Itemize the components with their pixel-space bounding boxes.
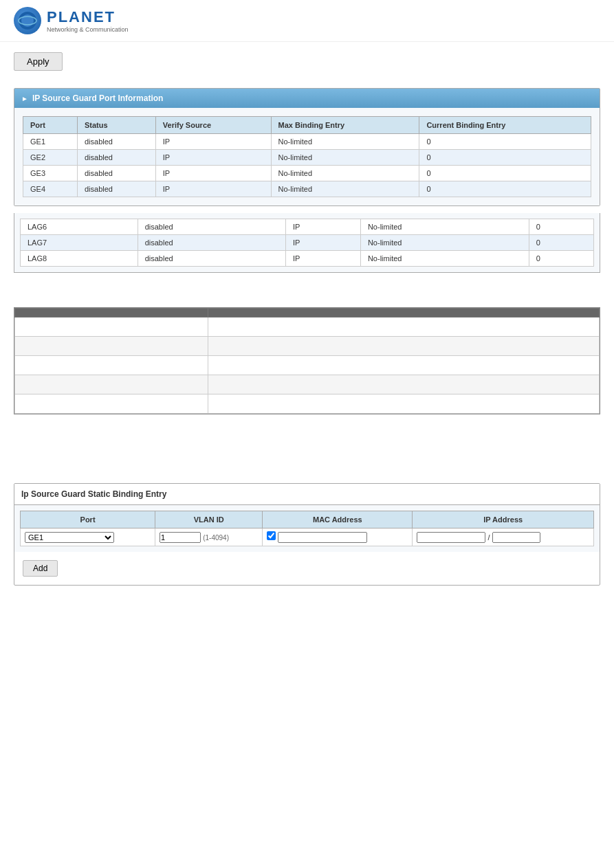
table-cell: IP (155, 166, 271, 181)
table-cell: IP (155, 134, 271, 150)
table-cell (208, 394, 600, 414)
col-current-binding: Current Binding Entry (419, 117, 591, 134)
collapse-arrow-icon[interactable]: ► (21, 95, 28, 102)
table-cell: No-limited (271, 181, 419, 197)
static-binding-section: Ip Source Guard Static Binding Entry Por… (14, 483, 600, 586)
table-row: GE1disabledIPNo-limited0 (23, 134, 591, 150)
table-cell: No-limited (271, 166, 419, 181)
port-select[interactable]: GE1 GE2 GE3 GE4 LAG1 LAG2 (25, 532, 114, 543)
table-cell: disabled (138, 251, 285, 267)
table-row: LAG6disabledIPNo-limited0 (21, 219, 594, 235)
table-row: GE2disabledIPNo-limited0 (23, 150, 591, 166)
static-binding-table-area: Port VLAN ID MAC Address IP Address GE1 … (14, 505, 600, 552)
table-cell: 0 (419, 150, 591, 166)
table-cell: 0 (419, 166, 591, 181)
table-row: LAG7disabledIPNo-limited0 (21, 235, 594, 251)
static-binding-title: Ip Source Guard Static Binding Entry (14, 484, 600, 505)
static-binding-table: Port VLAN ID MAC Address IP Address GE1 … (20, 511, 594, 546)
planet-logo-icon (14, 7, 41, 34)
table-cell: IP (285, 251, 360, 267)
table-cell (208, 356, 600, 375)
port-info-title: IP Source Guard Port Information (32, 93, 163, 103)
table-cell: 0 (529, 235, 593, 251)
table-cell (15, 394, 208, 414)
table-cell: LAG6 (21, 219, 138, 235)
col-port: Port (23, 117, 78, 134)
table-cell: GE4 (23, 181, 78, 197)
logo-area: PLANET Networking & Communication (14, 7, 600, 34)
table-row (15, 337, 600, 356)
ip-mask-input[interactable] (492, 532, 540, 543)
table-row (15, 318, 600, 337)
table-cell (15, 337, 208, 356)
table-cell: LAG7 (21, 235, 138, 251)
port-info-body: Port Status Verify Source Max Binding En… (14, 108, 600, 205)
table-cell: disabled (77, 181, 155, 197)
table-row (15, 375, 600, 394)
table-cell: No-limited (360, 235, 529, 251)
apply-button[interactable]: Apply (14, 52, 63, 71)
table-cell: No-limited (360, 219, 529, 235)
ip-separator: / (487, 533, 490, 542)
vlan-input[interactable] (160, 532, 201, 543)
brand-subtitle: Networking & Communication (47, 26, 129, 33)
table-cell: disabled (77, 134, 155, 150)
table-cell: IP (155, 181, 271, 197)
table-row (15, 394, 600, 414)
table-cell: disabled (138, 235, 285, 251)
table-cell: GE1 (23, 134, 78, 150)
table-row (15, 356, 600, 375)
table-cell: IP (285, 235, 360, 251)
vlan-hint: (1-4094) (203, 534, 229, 542)
table-cell (208, 337, 600, 356)
port-info-header: ► IP Source Guard Port Information (14, 89, 600, 108)
mac-input[interactable] (278, 532, 367, 543)
col-max-binding: Max Binding Entry (271, 117, 419, 134)
table-cell: disabled (138, 219, 285, 235)
table-cell (15, 356, 208, 375)
table-row: LAG8disabledIPNo-limited0 (21, 251, 594, 267)
table-row: GE4disabledIPNo-limited0 (23, 181, 591, 197)
table-cell (15, 375, 208, 394)
sb-col-mac: MAC Address (263, 511, 413, 528)
table-cell: 0 (419, 134, 591, 150)
table-cell: No-limited (271, 150, 419, 166)
table-cell: No-limited (360, 251, 529, 267)
mid-section (14, 307, 600, 414)
table-cell: 0 (419, 181, 591, 197)
table-cell (208, 375, 600, 394)
logo-text: PLANET Networking & Communication (47, 8, 129, 33)
sb-col-ip: IP Address (413, 511, 594, 528)
static-binding-header-row: Port VLAN ID MAC Address IP Address (21, 511, 594, 528)
ip-input[interactable] (417, 532, 485, 543)
port-cell: GE1 GE2 GE3 GE4 LAG1 LAG2 (21, 528, 155, 546)
col-status: Status (77, 117, 155, 134)
apply-section: Apply (0, 42, 614, 81)
mid-table (14, 308, 600, 414)
table-cell: disabled (77, 166, 155, 181)
ip-cell: / (413, 528, 594, 546)
vlan-cell: (1-4094) (155, 528, 263, 546)
col-verify-source: Verify Source (155, 117, 271, 134)
table-cell: LAG8 (21, 251, 138, 267)
table-cell: GE2 (23, 150, 78, 166)
mac-cell (263, 528, 413, 546)
header: PLANET Networking & Communication (0, 0, 614, 42)
table-cell (15, 318, 208, 337)
port-info-section: ► IP Source Guard Port Information Port … (14, 88, 600, 206)
table-cell: disabled (77, 150, 155, 166)
sb-col-vlan: VLAN ID (155, 511, 263, 528)
table-row: GE3disabledIPNo-limited0 (23, 166, 591, 181)
lag-table: LAG6disabledIPNo-limited0LAG7disabledIPN… (20, 219, 594, 267)
table-cell: No-limited (271, 134, 419, 150)
port-info-table: Port Status Verify Source Max Binding En… (23, 116, 591, 197)
mid-col1-header (15, 309, 208, 318)
static-binding-form-row: GE1 GE2 GE3 GE4 LAG1 LAG2 (1-4094) (21, 528, 594, 546)
add-button[interactable]: Add (23, 560, 58, 577)
lag-section: LAG6disabledIPNo-limited0LAG7disabledIPN… (14, 213, 600, 273)
table-cell: 0 (529, 251, 593, 267)
mac-checkbox[interactable] (267, 531, 276, 540)
sb-col-port: Port (21, 511, 155, 528)
brand-name: PLANET (47, 8, 129, 26)
table-cell: IP (285, 219, 360, 235)
